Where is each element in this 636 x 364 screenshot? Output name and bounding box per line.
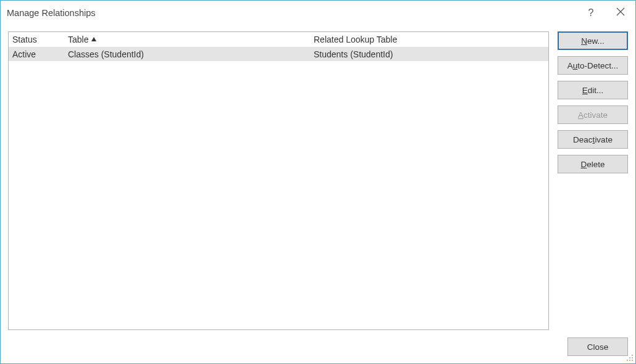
column-header-related[interactable]: Related Lookup Table bbox=[310, 32, 548, 47]
dialog-title: Manage Relationships bbox=[7, 8, 95, 18]
help-button[interactable]: ? bbox=[576, 2, 606, 23]
deactivate-button[interactable]: Deactivate bbox=[558, 130, 628, 149]
titlebar: Manage Relationships ? bbox=[1, 1, 635, 25]
side-buttons: New... Auto-Detect... Edit... Activate D… bbox=[558, 31, 628, 330]
relationships-list[interactable]: Status Table Related Lookup Table Active… bbox=[8, 31, 549, 330]
cell-related: Students (StudentId) bbox=[310, 48, 548, 61]
new-button[interactable]: New... bbox=[558, 31, 628, 50]
manage-relationships-dialog: Manage Relationships ? Status Table bbox=[0, 0, 636, 364]
close-icon bbox=[616, 7, 625, 19]
edit-button[interactable]: Edit... bbox=[558, 81, 628, 99]
close-window-button[interactable] bbox=[606, 2, 635, 23]
auto-detect-button[interactable]: Auto-Detect... bbox=[558, 56, 628, 75]
cell-table: Classes (StudentId) bbox=[64, 48, 310, 61]
activate-button[interactable]: Activate bbox=[558, 105, 628, 124]
column-header-table[interactable]: Table bbox=[64, 32, 310, 47]
column-label: Table bbox=[68, 35, 88, 44]
cell-status: Active bbox=[9, 48, 64, 61]
list-rows: Active Classes (StudentId) Students (Stu… bbox=[9, 48, 548, 329]
column-label: Related Lookup Table bbox=[314, 35, 397, 44]
column-label: Status bbox=[12, 35, 37, 44]
list-header: Status Table Related Lookup Table bbox=[9, 32, 548, 48]
dialog-footer: Close bbox=[1, 337, 635, 363]
dialog-content: Status Table Related Lookup Table Active… bbox=[1, 25, 635, 337]
list-row[interactable]: Active Classes (StudentId) Students (Stu… bbox=[9, 48, 548, 61]
column-header-status[interactable]: Status bbox=[9, 32, 64, 47]
sort-asc-icon bbox=[91, 35, 97, 44]
svg-marker-2 bbox=[91, 37, 96, 41]
close-button[interactable]: Close bbox=[567, 337, 628, 356]
delete-button[interactable]: Delete bbox=[558, 155, 628, 173]
